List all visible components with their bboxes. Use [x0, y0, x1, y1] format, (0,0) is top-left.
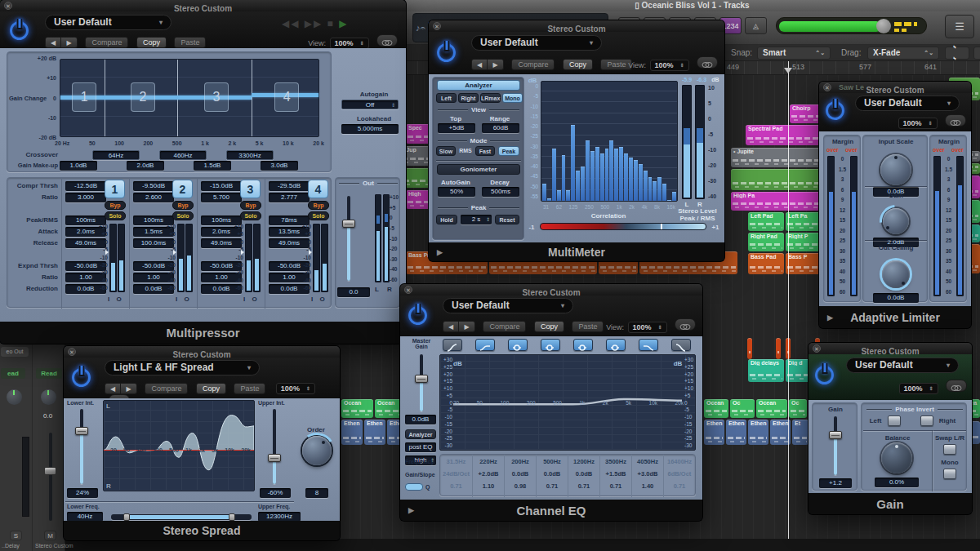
band-frequency-value[interactable]: 3500Hz	[600, 458, 631, 465]
output-chip[interactable]: eo Out	[1, 347, 29, 357]
paste-button[interactable]: Paste	[174, 37, 206, 48]
close-icon[interactable]: ✕	[68, 348, 76, 356]
prev-preset-button[interactable]: ◀	[471, 59, 488, 70]
band-number[interactable]: 1	[105, 180, 125, 198]
order-field[interactable]: 8	[305, 488, 328, 498]
band-number[interactable]: 3	[240, 180, 261, 198]
copy-button[interactable]: Copy	[136, 37, 167, 48]
gain-cap[interactable]	[829, 431, 842, 439]
lower-int-cap[interactable]	[75, 427, 88, 435]
track-region[interactable]: Choirp	[790, 104, 821, 123]
preset-dropdown[interactable]: User Default▾	[471, 35, 602, 51]
eq-band-values-column[interactable]: 31.5Hz24dB/Oct0.71	[440, 455, 472, 497]
eq-band-values-column[interactable]: 500Hz0.0dB0.71	[536, 455, 568, 497]
band-param-field[interactable]: -29.5dB	[269, 181, 310, 191]
view-dropdown[interactable]: 100%⇕	[650, 60, 689, 71]
mute-button[interactable]: M	[44, 531, 56, 540]
mode-fast-button[interactable]: Fast	[475, 146, 495, 156]
eq-band-values-column[interactable]: 4050Hz+3.0dB1.40	[631, 455, 663, 497]
preset-dropdown[interactable]: Light LF & HF Spread▾	[105, 360, 260, 375]
compare-button[interactable]: Compare	[483, 321, 526, 332]
eq-band-button-4[interactable]	[541, 339, 560, 351]
next-preset-button[interactable]: ▶	[121, 383, 137, 394]
channel-button-mono[interactable]: Mono	[502, 93, 523, 103]
link-icon[interactable]	[945, 114, 966, 127]
input-scale-knob[interactable]	[880, 154, 911, 185]
eq-band-button-2[interactable]	[475, 339, 495, 351]
disclosure-icon[interactable]: ▶	[437, 248, 443, 256]
band-gain-value[interactable]: +2.0dB	[473, 470, 504, 478]
autogain-field[interactable]: 50%	[438, 187, 475, 197]
gain-value-field[interactable]: +1.2	[819, 478, 852, 488]
phase-left-checkbox[interactable]	[888, 415, 901, 426]
track-region[interactable]: Ethen	[364, 420, 385, 445]
view-dropdown[interactable]: 100%⇕	[898, 118, 938, 129]
band-frequency-value[interactable]: 4050Hz	[632, 458, 663, 465]
power-icon[interactable]	[72, 368, 91, 387]
analyzer-button[interactable]: Analyzer	[437, 80, 520, 91]
link-icon[interactable]	[675, 318, 696, 331]
view-dropdown[interactable]: 100%⇕	[628, 322, 667, 333]
band-param-field[interactable]: -12.5dB	[65, 181, 106, 191]
power-icon[interactable]	[815, 366, 834, 384]
gain-makeup-field[interactable]: 1.0dB	[60, 161, 97, 171]
preset-dropdown[interactable]: User Default▾	[846, 358, 959, 373]
solo-button[interactable]: Solo	[172, 211, 194, 220]
phase-right-checkbox[interactable]	[920, 415, 933, 426]
band-q-value[interactable]: 0.71	[664, 482, 695, 490]
gain-change-plot[interactable]: 1234	[60, 59, 319, 137]
track-region[interactable]: • Jupite	[731, 148, 821, 167]
swap-lr-checkbox[interactable]	[943, 444, 956, 455]
copy-button[interactable]: Copy	[534, 321, 564, 332]
copy-button[interactable]: Copy	[563, 59, 593, 70]
band-frequency-value[interactable]: 500Hz	[537, 458, 568, 465]
window-titlebar[interactable]: ✕ Stereo Custom	[808, 343, 972, 354]
track-region[interactable]: Spectral Pad	[746, 125, 821, 145]
band-gain-value[interactable]: 0.0dB	[568, 470, 599, 478]
track-region[interactable]: Ethen	[748, 420, 768, 445]
q-link-icon[interactable]	[405, 483, 423, 491]
track-region[interactable]	[776, 338, 781, 359]
solo-button[interactable]: Solo	[105, 211, 126, 220]
band-q-value[interactable]: 0.71	[600, 482, 631, 490]
eq-band-values-column[interactable]: 1200Hz0.0dB0.71	[568, 455, 599, 497]
master-gain-field[interactable]: 0.0dB	[405, 415, 436, 424]
bypass-button[interactable]: Byp	[308, 201, 329, 210]
close-icon[interactable]: ✕	[433, 22, 441, 30]
band-number-overlay[interactable]: 4	[274, 82, 299, 112]
gain-makeup-field[interactable]: 1.5dB	[194, 161, 231, 171]
power-icon[interactable]	[408, 306, 427, 325]
link-icon[interactable]	[376, 34, 398, 47]
order-knob[interactable]	[302, 436, 332, 465]
hold-time-field[interactable]: 2 s⇕	[461, 215, 492, 224]
track-region[interactable]: Ethen	[704, 420, 724, 445]
spread-graph[interactable]: LR20501002005001k2k5k10k20k	[103, 400, 255, 491]
pan-knob[interactable]	[41, 389, 56, 405]
power-icon[interactable]	[437, 43, 456, 62]
plugin-footer[interactable]: ▶MultiMeter	[429, 242, 724, 261]
preset-dropdown[interactable]: User Default▾	[45, 15, 172, 30]
band-q-value[interactable]: 1.40	[632, 482, 663, 490]
track-region[interactable]: Ocean	[341, 399, 373, 418]
lookahead-field[interactable]: 5.000ms	[341, 124, 399, 134]
track-region[interactable]	[747, 338, 752, 359]
upper-int-field[interactable]: -60%	[260, 488, 291, 498]
compare-button[interactable]: Compare	[511, 59, 555, 70]
track-region[interactable]: Et	[792, 420, 808, 445]
close-icon[interactable]: ✕	[4, 2, 12, 10]
crossover-field[interactable]: 64Hz	[92, 150, 140, 160]
goniometer-button[interactable]: Goniometer	[437, 164, 520, 175]
plugin-footer[interactable]: Stereo Spread	[64, 521, 340, 540]
reset-button[interactable]: Reset	[495, 215, 519, 224]
band-number[interactable]: 2	[172, 180, 193, 198]
plugin-footer[interactable]: Multipressor	[0, 322, 406, 344]
freq-range-slider[interactable]	[111, 514, 252, 520]
band-param-field[interactable]: 3.000	[65, 193, 106, 202]
next-preset-button[interactable]: ▶	[459, 321, 475, 332]
mono-checkbox[interactable]	[943, 469, 956, 479]
eq-band-values-column[interactable]: 16400Hz6dB/Oct0.71	[663, 455, 695, 497]
prev-preset-button[interactable]: ◀	[443, 321, 459, 332]
automation-read-button[interactable]: ead	[1, 368, 25, 379]
crossover-field[interactable]: 3300Hz	[226, 150, 274, 160]
band-frequency-value[interactable]: 220Hz	[473, 458, 504, 465]
